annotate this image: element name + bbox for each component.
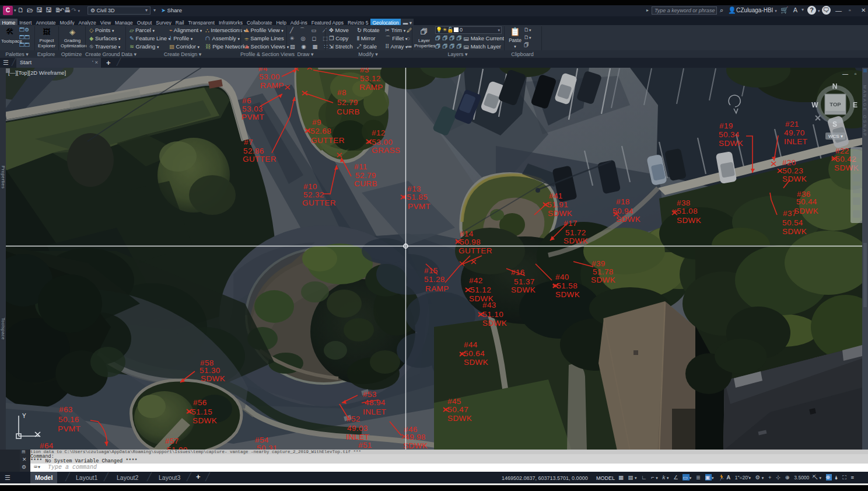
svg-text:N: N [832,82,838,90]
svg-text:#11: #11 [354,162,368,171]
svg-text:52.32: 52.32 [303,190,324,199]
svg-text:51.30: 51.30 [200,366,220,375]
svg-text:SDWK: SDWK [782,227,807,236]
svg-text:×51.12: ×51.12 [466,285,491,294]
svg-text:#44: #44 [464,340,478,349]
svg-text:SDWK: SDWK [782,175,807,183]
svg-text:SDWK: SDWK [464,358,488,367]
svg-text:50.16: 50.16 [58,415,79,424]
svg-text:SDWK: SDWK [482,319,507,328]
svg-text:#15: #15 [424,266,438,275]
svg-text:#13: #13 [407,184,421,193]
svg-text:50.31: 50.31 [257,444,278,450]
svg-text:51.28: 51.28 [424,275,445,284]
svg-text:52.86: 52.86 [243,147,264,155]
svg-text:×50.64: ×50.64 [459,349,485,358]
svg-text:[—][Top][2D Wireframe]: [—][Top][2D Wireframe] [8,69,66,76]
svg-text:#17: #17 [564,219,578,228]
svg-text:×51.91: ×51.91 [542,200,568,209]
svg-text:INLET: INLET [363,408,386,416]
svg-text:×53.00: ×53.00 [367,138,393,147]
svg-text:#53: #53 [363,390,377,399]
svg-text:#8: #8 [337,88,346,97]
svg-text:#16: #16 [511,268,525,277]
svg-text:×51.10: ×51.10 [478,310,503,319]
svg-text:GUTTER: GUTTER [302,199,336,207]
svg-text:#57: #57 [165,437,179,445]
svg-text:#12: #12 [372,128,386,137]
svg-text:SDWK: SDWK [677,216,701,225]
svg-text:48.94: 48.94 [365,398,386,407]
svg-text:SDWK: SDWK [719,139,743,148]
svg-text:×52.68: ×52.68 [306,127,331,135]
svg-text:53.00: 53.00 [259,72,280,81]
svg-text:#51: #51 [358,441,372,450]
svg-text:52.79: 52.79 [355,171,376,180]
svg-text:CURB: CURB [354,179,377,188]
svg-text:#19: #19 [719,121,733,130]
svg-text:#7: #7 [244,138,253,147]
svg-text:PVMT: PVMT [242,113,264,121]
svg-text:GUTTER: GUTTER [243,155,276,163]
svg-text:×51.08: ×51.08 [672,207,698,215]
svg-text:RAMP: RAMP [260,81,284,90]
svg-text:53.03: 53.03 [242,105,263,113]
svg-text:#43: #43 [482,301,496,309]
svg-text:#9: #9 [312,118,321,127]
svg-text:#64: #64 [40,441,54,450]
svg-text:50.94: 50.94 [612,207,634,215]
svg-text:#54: #54 [255,436,269,444]
svg-text:RAMP: RAMP [425,284,449,293]
svg-text:50.54: 50.54 [782,218,803,227]
svg-text:SDWK: SDWK [794,207,818,215]
svg-text:#52: #52 [346,415,360,423]
svg-text:#40: #40 [555,273,569,281]
svg-text:#14: #14 [460,229,474,238]
svg-text:GUTTER: GUTTER [311,136,345,145]
svg-text:SDWK: SDWK [403,441,428,450]
svg-text:×50.98: ×50.98 [455,238,481,246]
svg-text:#56: #56 [193,398,207,407]
svg-text:INLET: INLET [346,433,369,441]
svg-text:#20: #20 [782,158,796,167]
svg-text:×51.58: ×51.58 [552,281,578,290]
svg-text:#21: #21 [785,120,799,128]
svg-text:49.03: 49.03 [347,424,368,433]
svg-text:— ▫ ×: — ▫ × [842,71,862,77]
svg-text:SDWK: SDWK [591,276,615,284]
svg-text:GUTTER: GUTTER [459,246,492,255]
svg-text:PVMT: PVMT [58,424,80,433]
svg-text:#10: #10 [303,182,317,191]
svg-text:51.72: 51.72 [565,228,586,237]
svg-text:SDWK: SDWK [616,215,640,224]
svg-text:CURB: CURB [337,107,360,116]
svg-text:#42: #42 [469,276,483,285]
svg-text:#63: #63 [59,405,73,414]
svg-text:#38: #38 [677,199,691,207]
svg-text:INLET: INLET [784,137,807,146]
svg-text:49.70: 49.70 [784,128,805,137]
svg-text:52.79: 52.79 [337,98,358,107]
svg-text:#37: #37 [783,209,797,218]
svg-text:SDWK: SDWK [564,236,588,245]
svg-text:×51.15: ×51.15 [187,408,212,416]
svg-text:#3: #3 [360,68,369,74]
svg-text:#6: #6 [242,96,251,105]
svg-text:GRASS: GRASS [372,146,400,155]
svg-text:S: S [832,120,837,128]
svg-text:#39: #39 [592,259,606,268]
svg-text:#22: #22 [835,147,849,155]
svg-text:W: W [811,101,818,109]
svg-text:#45: #45 [447,397,461,406]
svg-text:51.78: 51.78 [593,267,614,276]
svg-text:#18: #18 [616,197,630,206]
svg-text:PVMT: PVMT [408,202,430,211]
svg-text:50.34: 50.34 [719,130,740,139]
svg-text:#41: #41 [549,191,563,200]
svg-text:SDWK: SDWK [447,414,472,423]
svg-text:49.98: 49.98 [405,433,426,441]
svg-text:WCS ▾: WCS ▾ [828,134,843,139]
svg-text:TOP: TOP [830,101,841,107]
svg-text:×50.47: ×50.47 [443,405,468,414]
svg-text:SDWK: SDWK [192,416,217,425]
